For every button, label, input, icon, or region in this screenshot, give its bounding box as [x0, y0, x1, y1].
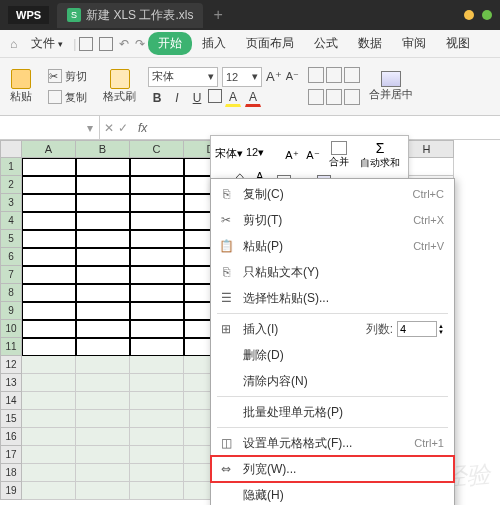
cell[interactable] [76, 230, 130, 248]
name-box[interactable]: ▾ [0, 116, 100, 139]
cell[interactable] [22, 374, 76, 392]
cell[interactable] [130, 392, 184, 410]
new-tab-button[interactable]: + [213, 6, 222, 24]
menu-insert[interactable]: ⊞插入(I) 列数:▲▼ [211, 316, 454, 342]
mini-font-name[interactable]: 宋体▾ [215, 146, 243, 164]
row-header-12[interactable]: 12 [0, 356, 22, 374]
cell[interactable] [22, 266, 76, 284]
cell[interactable] [76, 338, 130, 356]
row-header-5[interactable]: 5 [0, 230, 22, 248]
cell[interactable] [22, 392, 76, 410]
tab-formula[interactable]: 公式 [304, 31, 348, 56]
menu-paste-text[interactable]: ⎘只粘贴文本(Y) [211, 259, 454, 285]
tab-insert[interactable]: 插入 [192, 31, 236, 56]
cell[interactable] [76, 158, 130, 176]
cell[interactable] [76, 284, 130, 302]
cell[interactable] [130, 302, 184, 320]
decrease-font-icon[interactable]: A⁻ [286, 70, 299, 83]
fill-color-button[interactable]: A [224, 89, 242, 107]
align-left-icon[interactable] [308, 89, 324, 105]
merge-center-button[interactable]: 合并居中 [369, 71, 413, 102]
row-header-15[interactable]: 15 [0, 410, 22, 428]
font-color-button[interactable]: A [244, 89, 262, 107]
col-header-C[interactable]: C [130, 140, 184, 158]
align-bottom-icon[interactable] [344, 67, 360, 83]
cell[interactable] [22, 338, 76, 356]
row-header-19[interactable]: 19 [0, 482, 22, 500]
spinner-down-icon[interactable]: ▼ [438, 329, 444, 335]
mini-merge-button[interactable]: 合并 [325, 141, 353, 169]
cut-button[interactable]: ✂剪切 [44, 67, 91, 86]
menu-format-cells[interactable]: ◫设置单元格格式(F)...Ctrl+1 [211, 430, 454, 456]
copy-button[interactable]: 复制 [44, 88, 91, 107]
qat-redo-icon[interactable]: ↷ [135, 37, 145, 51]
cell[interactable] [130, 158, 184, 176]
cell[interactable] [22, 176, 76, 194]
mini-increase-font-icon[interactable]: A⁺ [283, 146, 301, 164]
cell[interactable] [76, 464, 130, 482]
cell[interactable] [130, 482, 184, 500]
cell[interactable] [22, 320, 76, 338]
cell[interactable] [130, 212, 184, 230]
cell[interactable] [130, 464, 184, 482]
align-center-icon[interactable] [326, 89, 342, 105]
mini-autosum-button[interactable]: Σ自动求和 [356, 140, 404, 170]
file-menu[interactable]: 文件▾ [21, 31, 73, 56]
cell[interactable] [22, 428, 76, 446]
cell[interactable] [76, 410, 130, 428]
cell[interactable] [76, 482, 130, 500]
tab-data[interactable]: 数据 [348, 31, 392, 56]
row-header-4[interactable]: 4 [0, 212, 22, 230]
mini-font-size[interactable]: 12▾ [246, 146, 280, 164]
cell[interactable] [130, 410, 184, 428]
qat-save-icon[interactable] [79, 37, 93, 51]
cell[interactable] [22, 248, 76, 266]
tab-review[interactable]: 审阅 [392, 31, 436, 56]
cell[interactable] [22, 230, 76, 248]
select-all-corner[interactable] [0, 140, 22, 158]
bold-button[interactable]: B [148, 89, 166, 107]
cell[interactable] [76, 194, 130, 212]
minimize-icon[interactable] [464, 10, 474, 20]
cell[interactable] [22, 284, 76, 302]
increase-font-icon[interactable]: A⁺ [266, 69, 282, 84]
qat-print-icon[interactable] [99, 37, 113, 51]
cell[interactable] [22, 464, 76, 482]
document-tab[interactable]: S 新建 XLS 工作表.xls [57, 3, 203, 28]
cell[interactable] [130, 338, 184, 356]
cell[interactable] [130, 446, 184, 464]
mini-decrease-font-icon[interactable]: A⁻ [304, 146, 322, 164]
row-header-14[interactable]: 14 [0, 392, 22, 410]
cell[interactable] [22, 410, 76, 428]
font-size-combo[interactable]: 12▾ [222, 67, 262, 87]
paste-button[interactable]: 粘贴 [6, 67, 36, 106]
fx-icon[interactable]: fx [132, 121, 153, 135]
row-header-6[interactable]: 6 [0, 248, 22, 266]
align-top-icon[interactable] [308, 67, 324, 83]
format-painter-button[interactable]: 格式刷 [99, 67, 140, 106]
row-header-8[interactable]: 8 [0, 284, 22, 302]
cell[interactable] [22, 302, 76, 320]
cell[interactable] [76, 428, 130, 446]
cell[interactable] [22, 194, 76, 212]
row-header-9[interactable]: 9 [0, 302, 22, 320]
row-header-16[interactable]: 16 [0, 428, 22, 446]
menu-cut[interactable]: ✂剪切(T)Ctrl+X [211, 207, 454, 233]
menu-hide[interactable]: 隐藏(H) [211, 482, 454, 505]
cell[interactable] [130, 266, 184, 284]
col-header-B[interactable]: B [76, 140, 130, 158]
row-header-3[interactable]: 3 [0, 194, 22, 212]
cell[interactable] [22, 482, 76, 500]
enter-icon[interactable]: ✓ [118, 121, 128, 135]
cell[interactable] [130, 320, 184, 338]
cell[interactable] [130, 176, 184, 194]
home-icon[interactable]: ⌂ [10, 37, 17, 51]
cell[interactable] [130, 284, 184, 302]
menu-paste-special[interactable]: ☰选择性粘贴(S)... [211, 285, 454, 311]
row-header-17[interactable]: 17 [0, 446, 22, 464]
qat-undo-icon[interactable]: ↶ [119, 37, 129, 51]
tab-page-layout[interactable]: 页面布局 [236, 31, 304, 56]
cell[interactable] [130, 356, 184, 374]
cell[interactable] [130, 248, 184, 266]
align-middle-icon[interactable] [326, 67, 342, 83]
